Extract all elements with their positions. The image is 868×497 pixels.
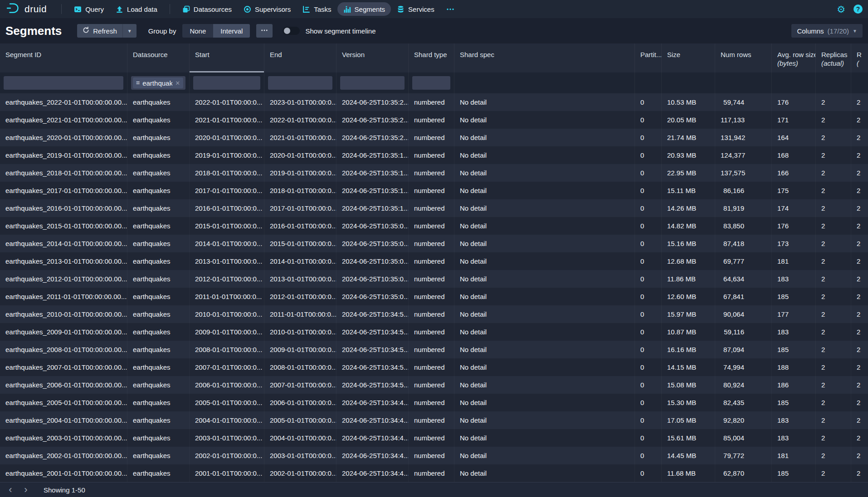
cell-num_rows[interactable]: 59,744 [715,93,772,111]
cell-end[interactable]: 2007-01-01T00:00:0... [264,376,336,394]
cell-size[interactable]: 11.68 MB [662,464,715,482]
cell-datasource[interactable]: earthquakes [127,235,190,252]
cell-start[interactable]: 2011-01-01T00:00:0... [190,288,264,305]
cell-replicas[interactable]: 2 [816,199,851,217]
column-header-segment_id[interactable]: Segment ID [0,43,127,72]
cell-version[interactable]: 2024-06-25T10:35:2... [336,93,409,111]
cell-segment_id[interactable]: earthquakes_2017-01-01T00:00:00.00... [0,182,127,199]
cell-shard_spec[interactable]: No detail [454,270,635,288]
cell-shard_type[interactable]: numbered [409,129,454,146]
cell-num_rows[interactable]: 80,924 [715,376,772,394]
cell-shard_spec[interactable]: No detail [454,93,635,111]
cell-num_rows[interactable]: 124,377 [715,146,772,164]
cell-version[interactable]: 2024-06-25T10:34:5... [336,305,409,323]
cell-datasource[interactable]: earthquakes [127,217,190,235]
cell-replication[interactable]: 2 [851,447,868,464]
cell-end[interactable]: 2022-01-01T00:00:0... [264,111,336,129]
cell-avg_row_size[interactable]: 185 [772,341,816,358]
cell-partition[interactable]: 0 [635,411,662,429]
cell-version[interactable]: 2024-06-25T10:34:4... [336,394,409,411]
cell-avg_row_size[interactable]: 177 [772,305,816,323]
cell-partition[interactable]: 0 [635,288,662,305]
cell-partition[interactable]: 0 [635,199,662,217]
cell-end[interactable]: 2009-01-01T00:00:0... [264,341,336,358]
cell-size[interactable]: 20.93 MB [662,146,715,164]
cell-replicas[interactable]: 2 [816,394,851,411]
cell-replication[interactable]: 2 [851,252,868,270]
cell-end[interactable]: 2023-01-01T00:00:0... [264,93,336,111]
cell-shard_spec[interactable]: No detail [454,129,635,146]
cell-version[interactable]: 2024-06-25T10:35:2... [336,111,409,129]
refresh-button[interactable]: Refresh [77,24,122,38]
cell-end[interactable]: 2005-01-01T00:00:0... [264,411,336,429]
cell-shard_type[interactable]: numbered [409,288,454,305]
cell-start[interactable]: 2018-01-01T00:00:0... [190,164,264,182]
cell-version[interactable]: 2024-06-25T10:34:4... [336,411,409,429]
cell-replication[interactable]: 2 [851,341,868,358]
cell-partition[interactable]: 0 [635,341,662,358]
nav-item-services[interactable]: Services [391,2,440,16]
cell-partition[interactable]: 0 [635,429,662,447]
cell-datasource[interactable]: earthquakes [127,270,190,288]
column-header-end[interactable]: End [264,43,336,72]
cell-replicas[interactable]: 2 [816,270,851,288]
cell-avg_row_size[interactable]: 174 [772,199,816,217]
chip-close-icon[interactable]: ✕ [175,80,180,87]
cell-partition[interactable]: 0 [635,270,662,288]
cell-size[interactable]: 12.60 MB [662,288,715,305]
cell-datasource[interactable]: earthquakes [127,288,190,305]
cell-start[interactable]: 2004-01-01T00:00:0... [190,411,264,429]
cell-datasource[interactable]: earthquakes [127,199,190,217]
help-icon[interactable]: ? [853,5,863,14]
cell-size[interactable]: 15.16 MB [662,235,715,252]
cell-partition[interactable]: 0 [635,252,662,270]
cell-size[interactable]: 15.30 MB [662,394,715,411]
cell-size[interactable]: 14.82 MB [662,217,715,235]
cell-partition[interactable]: 0 [635,358,662,376]
cell-partition[interactable]: 0 [635,217,662,235]
cell-replicas[interactable]: 2 [816,164,851,182]
cell-size[interactable]: 17.05 MB [662,411,715,429]
cell-end[interactable]: 2019-01-01T00:00:0... [264,164,336,182]
cell-shard_spec[interactable]: No detail [454,358,635,376]
cell-start[interactable]: 2014-01-01T00:00:0... [190,235,264,252]
cell-datasource[interactable]: earthquakes [127,111,190,129]
cell-replicas[interactable]: 2 [816,341,851,358]
column-header-shard_type[interactable]: Shard type [409,43,454,72]
cell-version[interactable]: 2024-06-25T10:35:1... [336,182,409,199]
cell-replication[interactable]: 2 [851,93,868,111]
cell-partition[interactable]: 0 [635,464,662,482]
cell-shard_spec[interactable]: No detail [454,288,635,305]
cell-replication[interactable]: 2 [851,323,868,341]
cell-partition[interactable]: 0 [635,447,662,464]
cell-start[interactable]: 2005-01-01T00:00:0... [190,394,264,411]
cell-size[interactable]: 21.74 MB [662,129,715,146]
cell-size[interactable]: 14.15 MB [662,358,715,376]
cell-datasource[interactable]: earthquakes [127,341,190,358]
cell-avg_row_size[interactable]: 183 [772,429,816,447]
cell-shard_spec[interactable]: No detail [454,376,635,394]
cell-num_rows[interactable]: 81,919 [715,199,772,217]
cell-segment_id[interactable]: earthquakes_2014-01-01T00:00:00.00... [0,235,127,252]
cell-replication[interactable]: 2 [851,129,868,146]
cell-num_rows[interactable]: 87,094 [715,341,772,358]
cell-shard_spec[interactable]: No detail [454,447,635,464]
cell-end[interactable]: 2020-01-01T00:00:0... [264,146,336,164]
cell-replicas[interactable]: 2 [816,358,851,376]
group-by-none-button[interactable]: None [182,24,213,38]
cell-segment_id[interactable]: earthquakes_2003-01-01T00:00:00.00... [0,429,127,447]
cell-avg_row_size[interactable]: 185 [772,288,816,305]
cell-segment_id[interactable]: earthquakes_2005-01-01T00:00:00.00... [0,394,127,411]
column-header-start[interactable]: Start [190,43,264,72]
cell-size[interactable]: 10.53 MB [662,93,715,111]
cell-segment_id[interactable]: earthquakes_2018-01-01T00:00:00.00... [0,164,127,182]
filter-input-shard_type[interactable] [412,76,450,90]
cell-avg_row_size[interactable]: 183 [772,411,816,429]
cell-replicas[interactable]: 2 [816,235,851,252]
nav-more-button[interactable] [440,2,460,16]
cell-replicas[interactable]: 2 [816,129,851,146]
cell-avg_row_size[interactable]: 185 [772,464,816,482]
cell-shard_type[interactable]: numbered [409,217,454,235]
cell-replication[interactable]: 2 [851,394,868,411]
cell-start[interactable]: 2008-01-01T00:00:0... [190,341,264,358]
